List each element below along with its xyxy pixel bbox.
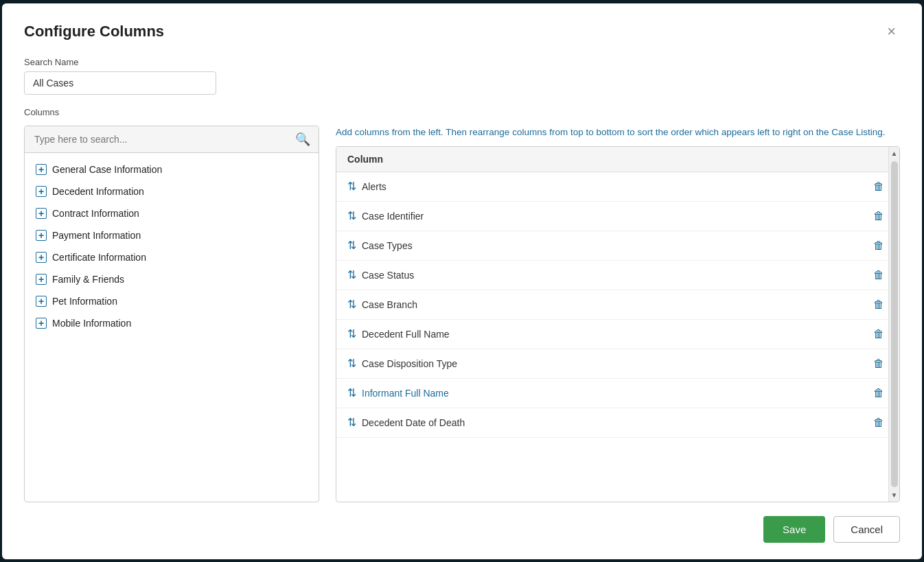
- modal-footer: Save Cancel: [24, 516, 900, 543]
- tree-item-label: Pet Information: [52, 296, 117, 307]
- tree-search-input[interactable]: [25, 127, 287, 152]
- col-name-content: ⇅ Case Branch: [347, 298, 847, 311]
- expand-icon: +: [36, 186, 47, 197]
- tree-list: + General Case Information + Decedent In…: [25, 153, 319, 502]
- search-icon: 🔍: [295, 132, 310, 146]
- delete-row-button[interactable]: 🗑: [869, 297, 888, 312]
- search-name-group: Search Name: [24, 57, 900, 95]
- scroll-down-button[interactable]: ▼: [890, 490, 899, 500]
- tree-item-label: Family & Friends: [52, 274, 124, 285]
- expand-icon: +: [36, 164, 47, 175]
- columns-table-container: Column ⇅ Alerts 🗑 ⇅ Case Identifier 🗑 ⇅ …: [336, 146, 900, 502]
- table-row: ⇅ Decedent Full Name 🗑: [336, 319, 899, 349]
- drag-handle[interactable]: ⇅: [347, 180, 356, 193]
- tree-item-decedent-info[interactable]: + Decedent Information: [25, 180, 319, 202]
- tree-item-label: General Case Information: [52, 164, 162, 175]
- table-row: ⇅ Case Branch 🗑: [336, 290, 899, 319]
- tree-search-button[interactable]: 🔍: [287, 126, 319, 152]
- cancel-button[interactable]: Cancel: [833, 516, 900, 543]
- column-header: Column: [336, 147, 858, 172]
- drag-handle[interactable]: ⇅: [347, 416, 356, 429]
- expand-icon: +: [36, 208, 47, 219]
- tree-item-payment-info[interactable]: + Payment Information: [25, 224, 319, 246]
- tree-item-label: Payment Information: [52, 230, 141, 241]
- column-name: Case Identifier: [362, 211, 424, 222]
- expand-icon: +: [36, 274, 47, 285]
- expand-icon: +: [36, 252, 47, 263]
- configure-columns-modal: Configure Columns × Search Name Columns …: [2, 3, 922, 559]
- delete-row-button[interactable]: 🗑: [869, 268, 888, 283]
- table-row: ⇅ Case Identifier 🗑: [336, 201, 899, 231]
- columns-section-label: Columns: [24, 107, 900, 117]
- table-row: ⇅ Alerts 🗑: [336, 172, 899, 201]
- column-name-cell: ⇅ Decedent Date of Death: [336, 408, 858, 437]
- column-name-cell: ⇅ Informant Full Name: [336, 378, 858, 408]
- delete-row-button[interactable]: 🗑: [869, 238, 888, 253]
- tree-item-label: Contract Information: [52, 208, 139, 219]
- col-name-content: ⇅ Informant Full Name: [347, 386, 847, 399]
- column-name-cell: ⇅ Case Types: [336, 231, 858, 260]
- tree-item-pet-info[interactable]: + Pet Information: [25, 290, 319, 312]
- expand-icon: +: [36, 296, 47, 307]
- columns-table-scroll[interactable]: Column ⇅ Alerts 🗑 ⇅ Case Identifier 🗑 ⇅ …: [336, 147, 899, 502]
- column-name-cell: ⇅ Alerts: [336, 172, 858, 201]
- modal-overlay: Configure Columns × Search Name Columns …: [0, 0, 924, 562]
- tree-item-contract-info[interactable]: + Contract Information: [25, 202, 319, 224]
- left-panel: 🔍 + General Case Information + Decedent …: [24, 126, 319, 502]
- tree-item-mobile-info[interactable]: + Mobile Information: [25, 312, 319, 334]
- scroll-up-button[interactable]: ▲: [890, 148, 899, 159]
- scrollbar[interactable]: ▲ ▼: [888, 147, 899, 502]
- column-name: Case Types: [362, 240, 413, 251]
- delete-row-button[interactable]: 🗑: [869, 386, 888, 401]
- col-name-content: ⇅ Decedent Full Name: [347, 327, 847, 340]
- columns-table: Column ⇅ Alerts 🗑 ⇅ Case Identifier 🗑 ⇅ …: [336, 147, 899, 438]
- col-name-content: ⇅ Case Identifier: [347, 209, 847, 222]
- table-row: ⇅ Case Status 🗑: [336, 260, 899, 290]
- delete-row-button[interactable]: 🗑: [869, 415, 888, 430]
- delete-row-button[interactable]: 🗑: [869, 327, 888, 342]
- drag-handle[interactable]: ⇅: [347, 327, 356, 340]
- column-name-cell: ⇅ Case Branch: [336, 290, 858, 319]
- drag-handle[interactable]: ⇅: [347, 268, 356, 281]
- column-name-cell: ⇅ Case Disposition Type: [336, 349, 858, 378]
- delete-row-button[interactable]: 🗑: [869, 179, 888, 194]
- column-name: Case Disposition Type: [362, 358, 457, 369]
- drag-handle[interactable]: ⇅: [347, 239, 356, 252]
- table-row: ⇅ Case Disposition Type 🗑: [336, 349, 899, 378]
- drag-handle[interactable]: ⇅: [347, 357, 356, 370]
- col-name-content: ⇅ Alerts: [347, 180, 847, 193]
- tree-item-label: Decedent Information: [52, 186, 144, 197]
- column-name: Case Branch: [362, 299, 417, 310]
- tree-item-general-case-info[interactable]: + General Case Information: [25, 159, 319, 180]
- drag-handle[interactable]: ⇅: [347, 386, 356, 399]
- search-name-input[interactable]: [24, 71, 216, 95]
- drag-handle[interactable]: ⇅: [347, 209, 356, 222]
- close-button[interactable]: ×: [883, 23, 900, 40]
- col-name-content: ⇅ Case Types: [347, 239, 847, 252]
- right-panel: Add columns from the left. Then rearrang…: [336, 126, 900, 502]
- column-name: Decedent Full Name: [362, 329, 450, 340]
- table-row: ⇅ Informant Full Name 🗑: [336, 378, 899, 408]
- col-name-content: ⇅ Decedent Date of Death: [347, 416, 847, 429]
- tree-item-family-friends[interactable]: + Family & Friends: [25, 268, 319, 290]
- scrollbar-thumb: [891, 161, 898, 487]
- delete-row-button[interactable]: 🗑: [869, 356, 888, 371]
- drag-handle[interactable]: ⇅: [347, 298, 356, 311]
- columns-container: 🔍 + General Case Information + Decedent …: [24, 126, 900, 502]
- col-name-content: ⇅ Case Disposition Type: [347, 357, 847, 370]
- table-row: ⇅ Decedent Date of Death 🗑: [336, 408, 899, 437]
- save-button[interactable]: Save: [763, 516, 825, 543]
- tree-item-certificate-info[interactable]: + Certificate Information: [25, 246, 319, 268]
- table-row: ⇅ Case Types 🗑: [336, 231, 899, 260]
- search-name-label: Search Name: [24, 57, 900, 67]
- column-name: Informant Full Name: [362, 388, 449, 399]
- search-box: 🔍: [25, 126, 319, 153]
- tree-item-label: Mobile Information: [52, 318, 131, 329]
- expand-icon: +: [36, 318, 47, 329]
- column-name-cell: ⇅ Case Status: [336, 260, 858, 290]
- column-name-cell: ⇅ Decedent Full Name: [336, 319, 858, 349]
- instruction-text: Add columns from the left. Then rearrang…: [336, 126, 900, 139]
- expand-icon: +: [36, 230, 47, 241]
- column-name: Case Status: [362, 270, 414, 281]
- delete-row-button[interactable]: 🗑: [869, 209, 888, 224]
